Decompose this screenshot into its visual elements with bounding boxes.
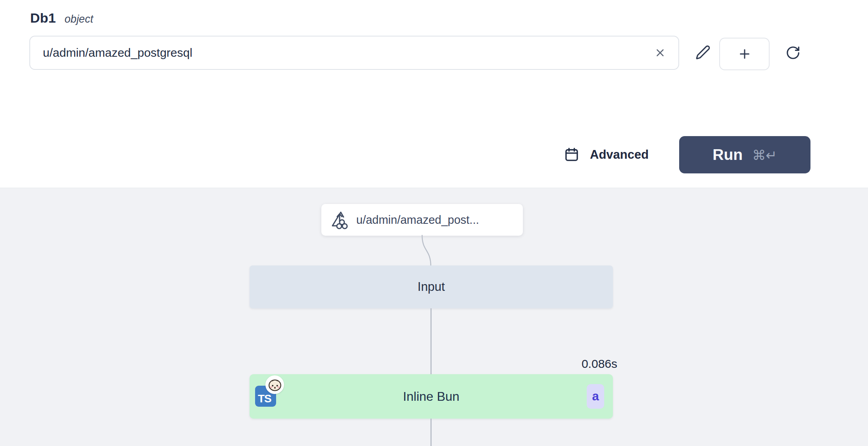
advanced-label: Advanced: [590, 148, 649, 162]
field-name-label: Db1: [30, 10, 56, 26]
step-duration-label: 0.086s: [582, 357, 617, 371]
run-label: Run: [712, 146, 743, 163]
bun-icon: [265, 375, 284, 394]
edge-step-outgoing: [430, 419, 432, 446]
refresh-resources-button[interactable]: [782, 41, 805, 64]
refresh-icon: [785, 45, 801, 60]
clear-resource-button[interactable]: [648, 41, 672, 65]
typescript-abbr: TS: [258, 392, 271, 405]
pencil-icon: [695, 45, 711, 60]
resource-path-field[interactable]: [29, 36, 679, 70]
edit-resource-button[interactable]: [691, 41, 714, 64]
add-resource-button[interactable]: [719, 38, 770, 70]
resource-node[interactable]: u/admin/amazed_post...: [321, 204, 523, 236]
run-shortcut-hint: ⌘↵: [752, 146, 777, 163]
resource-node-label: u/admin/amazed_post...: [356, 213, 479, 227]
step-assignment-badge: a: [587, 384, 604, 409]
plus-icon: [737, 47, 752, 61]
field-header: Db1 object: [30, 10, 93, 26]
flow-input-node[interactable]: Input: [250, 265, 613, 308]
schema-explorer-icon: [330, 210, 349, 229]
input-node-label: Input: [418, 280, 445, 294]
calendar-icon: [564, 147, 580, 163]
step-node-inline-bun[interactable]: Inline Bun TS a: [250, 374, 613, 419]
field-type-label: object: [65, 13, 93, 25]
resource-path-input[interactable]: [30, 37, 648, 69]
run-button[interactable]: Run ⌘↵: [679, 136, 810, 173]
x-icon: [654, 47, 666, 59]
advanced-button[interactable]: Advanced: [564, 144, 649, 166]
edge-input-to-step: [430, 308, 432, 374]
edge-resource-to-input: [417, 235, 440, 267]
flow-graph-canvas[interactable]: u/admin/amazed_post... Input 0.086s Inli…: [0, 188, 868, 446]
step-node-label: Inline Bun: [250, 374, 613, 419]
